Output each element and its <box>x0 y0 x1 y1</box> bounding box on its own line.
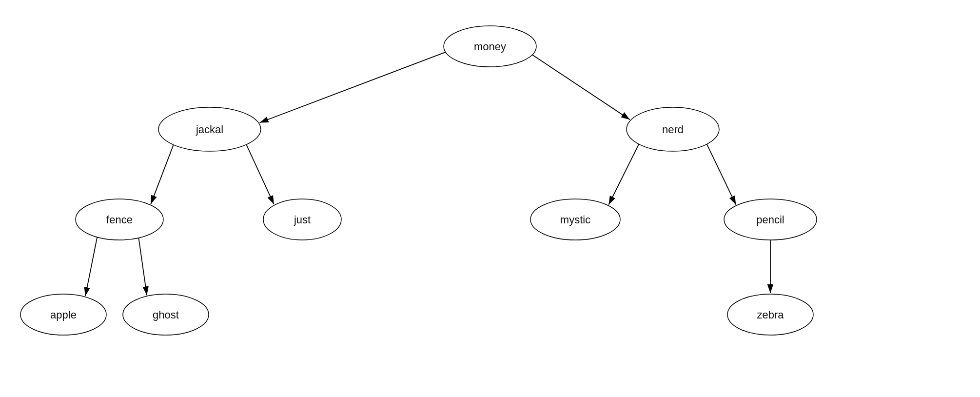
node-fence[interactable]: fence <box>76 199 163 240</box>
node-pencil[interactable]: pencil <box>724 199 817 240</box>
label-jackal: jackal <box>196 123 223 136</box>
label-ghost: ghost <box>153 309 179 321</box>
edge-money-nerd <box>532 55 630 119</box>
label-pencil: pencil <box>756 214 784 226</box>
tree-diagram: moneyjackalnerdfencejustmysticpencilappl… <box>0 0 980 397</box>
edge-fence-ghost <box>138 238 147 296</box>
edge-nerd-pencil <box>707 144 736 205</box>
edge-fence-apple <box>85 237 97 296</box>
edge-money-jackal <box>260 52 446 123</box>
edge-nerd-mystic <box>608 144 639 205</box>
edges-group <box>85 52 770 296</box>
label-nerd: nerd <box>662 123 684 136</box>
label-money: money <box>474 40 506 53</box>
node-money[interactable]: money <box>444 26 536 67</box>
edge-jackal-fence <box>151 145 173 204</box>
label-mystic: mystic <box>560 214 590 226</box>
node-jackal[interactable]: jackal <box>158 107 261 151</box>
label-fence: fence <box>106 214 133 226</box>
label-just: just <box>294 214 311 226</box>
node-mystic[interactable]: mystic <box>530 199 620 240</box>
nodes-group: moneyjackalnerdfencejustmysticpencilappl… <box>20 26 817 335</box>
node-zebra[interactable]: zebra <box>727 294 813 335</box>
node-ghost[interactable]: ghost <box>123 294 209 335</box>
label-zebra: zebra <box>757 309 784 321</box>
node-just[interactable]: just <box>263 199 341 240</box>
node-apple[interactable]: apple <box>20 294 106 335</box>
edge-jackal-just <box>246 144 274 204</box>
node-nerd[interactable]: nerd <box>627 107 719 151</box>
label-apple: apple <box>50 309 77 321</box>
